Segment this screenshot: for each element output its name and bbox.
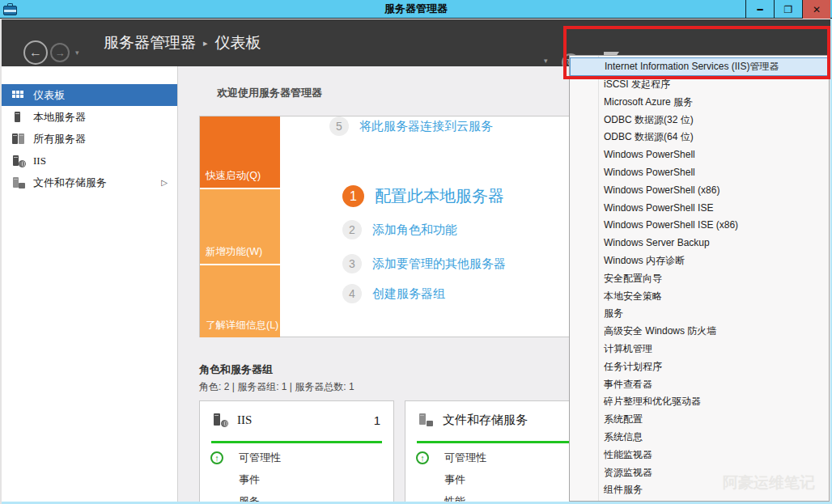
title-bar: 服务器管理器 ━ ❐ ✕ xyxy=(0,0,832,19)
quickstart-step-link[interactable]: 4 创建服务器组 xyxy=(342,284,445,303)
breadcrumb-current: 仪表板 xyxy=(215,32,261,53)
tools-menu-item[interactable]: 安全配置向导 xyxy=(570,270,829,288)
quickstart-step-link[interactable]: 1 配置此本地服务器 xyxy=(342,185,504,207)
server-manager-app-icon xyxy=(3,2,17,15)
tools-menu-item[interactable]: 组件服务 xyxy=(570,481,829,499)
role-status-row[interactable]: ↑ 可管理性 xyxy=(200,447,393,468)
step-number-badge: 4 xyxy=(342,284,362,303)
tools-menu-item[interactable]: Windows PowerShell xyxy=(570,146,829,164)
tools-menu-item[interactable]: 事件查看器 xyxy=(570,376,829,394)
role-status-label: 可管理性 xyxy=(444,451,486,465)
tools-menu-item[interactable]: 计算机管理 xyxy=(570,341,829,358)
learn-more-tab[interactable]: 了解详细信息(L) xyxy=(200,265,280,337)
window-title: 服务器管理器 xyxy=(0,2,832,16)
manageability-up-icon: ↑ xyxy=(210,451,223,464)
manageability-up-icon: ↑ xyxy=(416,451,429,464)
tools-menu-item[interactable]: 资源监视器 xyxy=(570,464,829,482)
file-storage-icon xyxy=(12,176,25,188)
quickstart-step-link[interactable]: 2 添加角色和功能 xyxy=(342,220,457,239)
tools-menu-item[interactable]: 本地安全策略 xyxy=(570,288,829,306)
sidebar: 仪表板 本地服务器 所有服务器 IIS 文件和存储服务 ▷ xyxy=(2,66,178,502)
quickstart-step-link[interactable]: 5 将此服务器连接到云服务 xyxy=(329,116,493,136)
tools-menu-item[interactable]: Microsoft Azure 服务 xyxy=(570,94,829,112)
tools-menu-item[interactable]: ODBC 数据源(64 位) xyxy=(570,129,829,146)
restore-button[interactable]: ❐ xyxy=(774,0,802,19)
server-manager-window: 服务器管理器 ━ ❐ ✕ ← → ▾ 服务器管理器 ▸ 仪表板 ▾ ↻ 1 管理… xyxy=(0,0,832,504)
dashboard-icon xyxy=(12,89,25,101)
window-edge-left xyxy=(0,19,2,504)
sidebar-item-iis[interactable]: IIS xyxy=(2,150,177,172)
step-number-badge: 2 xyxy=(342,220,362,239)
step-number-badge: 3 xyxy=(342,254,362,273)
tools-menu-item[interactable]: Windows PowerShell ISE (x86) xyxy=(570,217,829,235)
tools-menu-item[interactable]: 系统信息 xyxy=(570,429,829,447)
back-button[interactable]: ← xyxy=(23,40,48,65)
tools-menu-item[interactable]: Windows 内存诊断 xyxy=(570,252,829,270)
role-card-count: 1 xyxy=(374,413,380,427)
tools-menu-item[interactable]: 任务计划程序 xyxy=(570,358,829,376)
sidebar-item-all-servers[interactable]: 所有服务器 xyxy=(2,128,177,150)
tools-menu-item[interactable]: 高级安全 Windows 防火墙 xyxy=(570,323,829,341)
quickstart-tab[interactable]: 快速启动(Q) xyxy=(200,116,280,188)
file-storage-icon xyxy=(418,413,433,426)
tools-menu-item[interactable]: 碎片整理和优化驱动器 xyxy=(570,393,829,411)
welcome-heading: 欢迎使用服务器管理器 xyxy=(217,86,322,100)
roles-section-summary: 角色: 2 | 服务器组: 1 | 服务器总数: 1 xyxy=(199,380,354,394)
step-label: 将此服务器连接到云服务 xyxy=(359,119,493,134)
step-label: 添加要管理的其他服务器 xyxy=(372,256,506,272)
expand-chevron-icon[interactable]: ▷ xyxy=(161,178,168,187)
role-card-iis[interactable]: IIS 1 ↑ 可管理性 ↑ 事件 ↑ xyxy=(199,400,394,504)
tools-menu-item[interactable]: iSCSI 发起程序 xyxy=(570,76,829,94)
tools-menu-item[interactable]: Internet Information Services (IIS)管理器 xyxy=(570,57,829,76)
quickstart-step-link[interactable]: 3 添加要管理的其他服务器 xyxy=(342,254,506,273)
step-label: 创建服务器组 xyxy=(372,286,445,302)
iis-icon xyxy=(213,413,227,426)
status-bar-green xyxy=(417,441,587,443)
quickstart-column: 快速启动(Q) 新增功能(W) 了解详细信息(L) xyxy=(200,116,280,337)
step-number-badge: 1 xyxy=(342,185,364,207)
roles-section-title: 角色和服务器组 xyxy=(199,362,273,377)
tools-menu-item[interactable]: Windows PowerShell xyxy=(570,164,829,182)
role-status-row[interactable]: ↑ 事件 xyxy=(200,468,393,490)
history-caret-icon[interactable]: ▾ xyxy=(75,49,79,57)
status-bar-green xyxy=(211,441,382,443)
iis-icon xyxy=(12,155,25,167)
tools-menu-item[interactable]: Windows Server Backup xyxy=(570,235,829,252)
role-status-label: 事件 xyxy=(239,472,260,487)
all-servers-icon xyxy=(12,133,25,145)
role-status-label: 可管理性 xyxy=(239,451,281,465)
layout-caret-icon[interactable]: ▾ xyxy=(544,57,548,65)
sidebar-item-file-storage[interactable]: 文件和存储服务 ▷ xyxy=(2,172,177,193)
forward-button[interactable]: → xyxy=(50,43,70,62)
minimize-button[interactable]: ━ xyxy=(745,0,774,19)
sidebar-item-dashboard[interactable]: 仪表板 xyxy=(2,84,177,106)
role-card-name: IIS xyxy=(237,413,252,427)
role-card-name: 文件和存储服务 xyxy=(443,413,528,428)
step-label: 添加角色和功能 xyxy=(372,222,457,238)
role-status-label: 事件 xyxy=(444,472,465,487)
tools-menu-item[interactable]: Windows PowerShell (x86) xyxy=(570,182,829,200)
tools-menu-item[interactable]: 性能监视器 xyxy=(570,447,829,464)
tools-menu-item[interactable]: 系统配置 xyxy=(570,411,829,429)
close-button[interactable]: ✕ xyxy=(802,0,830,19)
tools-menu-item[interactable]: Windows PowerShell ISE xyxy=(570,200,829,218)
whats-new-tab[interactable]: 新增功能(W) xyxy=(200,189,280,264)
sidebar-item-local-server[interactable]: 本地服务器 xyxy=(2,106,177,128)
tools-dropdown-menu: Internet Information Services (IIS)管理器 i… xyxy=(569,55,830,502)
breadcrumb-separator-icon: ▸ xyxy=(203,38,208,49)
tools-menu-item[interactable]: ODBC 数据源(32 位) xyxy=(570,112,829,129)
breadcrumb: 服务器管理器 ▸ 仪表板 xyxy=(104,19,261,66)
local-server-icon xyxy=(12,111,25,123)
tools-menu-item[interactable]: 服务 xyxy=(570,305,829,323)
breadcrumb-root[interactable]: 服务器管理器 xyxy=(104,32,196,53)
step-label: 配置此本地服务器 xyxy=(375,185,504,207)
step-number-badge: 5 xyxy=(329,116,349,136)
